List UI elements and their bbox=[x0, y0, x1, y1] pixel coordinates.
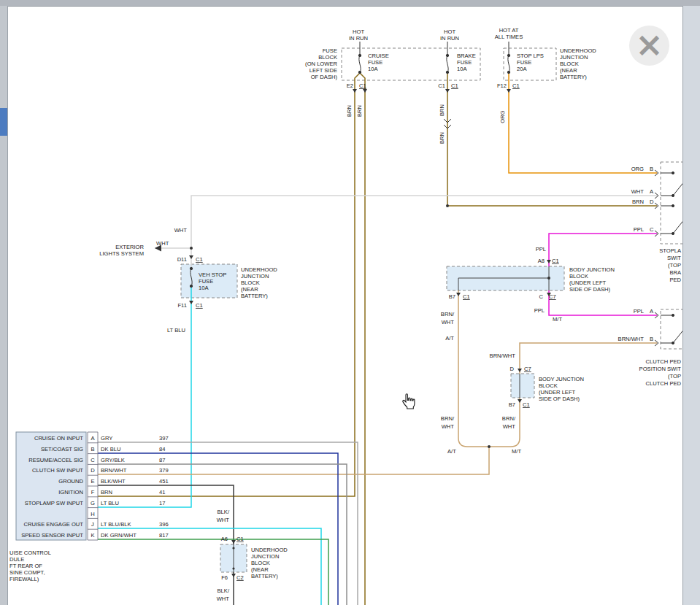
clutch-switch-label: POSITION SWIT bbox=[639, 366, 682, 372]
pin-label: F6 bbox=[221, 574, 228, 581]
underhood-label: (NEAR bbox=[251, 566, 269, 573]
signal-label: STOPLAMP SW INPUT bbox=[25, 500, 84, 506]
signal-label: RESUME/ACCEL SIG bbox=[28, 457, 83, 463]
body-junction-label: SIDE OF DASH) bbox=[539, 396, 580, 402]
body-junction-label: (UNDER LEFT bbox=[539, 389, 576, 396]
wire-label-wht: WHT bbox=[156, 240, 169, 247]
terminal-dot bbox=[232, 547, 234, 549]
left-edge-blue-accent bbox=[0, 108, 7, 136]
clutch-switch-label: (TOP bbox=[668, 373, 681, 379]
junction-dot bbox=[190, 247, 193, 250]
pin-label: E2 bbox=[347, 82, 353, 89]
pin-label: C1 bbox=[552, 258, 559, 264]
circuit-number: 451 bbox=[159, 478, 169, 485]
underhood-label: UNDERHOOD bbox=[560, 47, 596, 54]
pin-label: C7 bbox=[549, 293, 556, 300]
pin-label: C1 bbox=[463, 293, 470, 300]
underhood-label: BATTERY) bbox=[251, 573, 278, 579]
wire-label-blkwht: WHT bbox=[217, 517, 230, 523]
fuse-block-label: (ON LOWER bbox=[305, 61, 337, 67]
wire-label-ppl: PPL bbox=[534, 307, 545, 314]
pin-label: A6 bbox=[221, 536, 228, 542]
cursor-pointer-icon bbox=[403, 394, 415, 409]
stoplamp-switch-label: PED bbox=[669, 277, 681, 283]
pin-letter: B bbox=[91, 446, 94, 452]
module-label: SINE COMPT, bbox=[9, 569, 45, 576]
circuit-number: 817 bbox=[159, 532, 169, 539]
module-label: FIREWALL) bbox=[9, 576, 39, 582]
wire-label-brnwht: WHT bbox=[442, 319, 455, 325]
stoplamp-switch-internals bbox=[661, 172, 685, 234]
wires bbox=[98, 42, 657, 605]
body-junction-label: BODY JUNCTION bbox=[539, 376, 584, 382]
wire-label-org: ORG bbox=[499, 110, 506, 123]
pin-label: F11 bbox=[177, 302, 187, 309]
fuse-block-label: OF DASH) bbox=[311, 74, 338, 80]
wire-label-blkwht: BLK/ bbox=[218, 587, 230, 594]
underhood-label: JUNCTION bbox=[251, 553, 279, 560]
wire-dkgrnwht-speed bbox=[98, 539, 328, 605]
wire-label-wht: WHT bbox=[631, 188, 645, 195]
wire-color-label: GRY/BLK bbox=[101, 457, 125, 463]
wire-label-brnwht: BRN/ bbox=[502, 415, 516, 422]
junction-dot bbox=[547, 277, 550, 280]
label-hot: ALL TIMES bbox=[495, 34, 523, 40]
underhood-label: BLOCK bbox=[241, 280, 260, 286]
circuit-number: 84 bbox=[159, 446, 165, 452]
wire-label-wht: WHT bbox=[174, 227, 188, 234]
wire-color-label: LT BLU/BLK bbox=[101, 521, 131, 528]
brake-fuse-label: BRAKE bbox=[457, 53, 476, 59]
stop-fuse-label: FUSE bbox=[517, 59, 531, 66]
diagram-labels: HOT IN RUN HOT IN RUN HOT AT ALL TIMES F… bbox=[9, 27, 682, 602]
window-right-edge[interactable] bbox=[682, 6, 700, 605]
wire-label-brnwht: BRN/WHT bbox=[618, 336, 645, 342]
pin-label: A bbox=[650, 188, 654, 195]
pin-label: F12 bbox=[497, 82, 507, 89]
underhood-label: BATTERY) bbox=[241, 293, 268, 299]
stoplamp-switch-label: (TOP bbox=[668, 262, 681, 269]
wire-label-brnwht: BRN/WHT bbox=[490, 352, 516, 359]
exterior-lights-label: LIGHTS SYSTEM bbox=[99, 250, 144, 257]
brake-fuse-label: 10A bbox=[457, 66, 467, 72]
pin-letter: C bbox=[91, 457, 95, 463]
wire-label-brnwht: BRN/ bbox=[441, 311, 455, 317]
signal-label: GROUND bbox=[58, 478, 83, 485]
connector-triangles bbox=[189, 89, 551, 577]
pin-label: D bbox=[510, 366, 515, 372]
circuit-number: 41 bbox=[159, 489, 165, 496]
body-junction-label: (UNDER LEFT bbox=[569, 280, 607, 286]
circuit-number: 397 bbox=[159, 435, 169, 442]
pin-label: C bbox=[539, 293, 544, 300]
label-hot: IN RUN bbox=[440, 35, 459, 42]
stoplamp-switch-label: STOPLA bbox=[659, 247, 682, 254]
underhood-label: JUNCTION bbox=[241, 273, 269, 280]
fuse-block-label: BLOCK bbox=[318, 54, 337, 61]
pin-letter: F bbox=[91, 489, 95, 496]
wire-label-brn: BRN bbox=[632, 199, 644, 205]
body-junction-label: SIDE OF DASH) bbox=[569, 286, 611, 293]
wire-label-ppl: PPL bbox=[536, 246, 546, 253]
pin-label: A bbox=[650, 308, 654, 315]
pin-label: C2 bbox=[236, 574, 244, 581]
pin-letter: K bbox=[91, 532, 94, 539]
wire-label-blkwht: WHT bbox=[217, 596, 230, 602]
diagram-viewer: CRUISE ON INPUT SET/COAST SIG RESUME/ACC… bbox=[0, 0, 700, 605]
close-button[interactable]: × bbox=[629, 26, 669, 66]
wire-label-brn: BRN bbox=[346, 105, 353, 117]
signal-label: SET/COAST SIG bbox=[41, 446, 83, 452]
wire-brnwht-at bbox=[458, 290, 489, 447]
wire-dkblu-set-coast bbox=[98, 453, 338, 605]
pin-letter: E bbox=[91, 478, 94, 485]
pin-letter: H bbox=[91, 511, 94, 517]
wire-brn-cruise-down bbox=[360, 73, 365, 605]
wire-label-ppl: PPL bbox=[634, 308, 644, 315]
brake-fuse-label: FUSE bbox=[457, 59, 472, 66]
circuit-number: 87 bbox=[159, 457, 165, 463]
terminal-dot bbox=[232, 567, 234, 569]
pin-label: C1 bbox=[512, 82, 520, 89]
underhood-label: (NEAR bbox=[241, 286, 258, 293]
pin-label: B bbox=[650, 166, 653, 172]
underhood-label: BATTERY) bbox=[560, 74, 587, 80]
underhood-label: UNDERHOOD bbox=[251, 547, 288, 553]
pin-chevron-icons bbox=[655, 170, 658, 346]
